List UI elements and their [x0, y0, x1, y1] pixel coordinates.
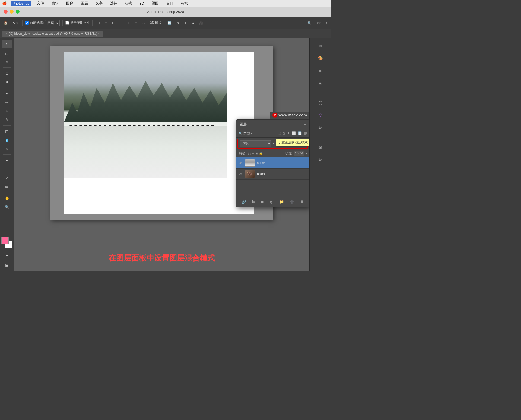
- properties-panel-btn[interactable]: 🎨: [315, 53, 326, 64]
- search-button[interactable]: 🔍: [306, 20, 313, 26]
- layer-visibility-icon-bison[interactable]: 👁: [239, 172, 243, 176]
- align-right[interactable]: ⊢: [110, 20, 116, 26]
- active-tab[interactable]: × (C) bison_downloadable-asset.psd @ 66.…: [2, 31, 103, 37]
- marquee-tool-btn[interactable]: ⬚: [2, 49, 12, 57]
- toolbar: 🏠 ↖ ▾ 自动选择: 图层 显示变换控件 ⊣ ⊞ ⊢ ⊤ ⊥ ⊟ ··· 3D…: [0, 17, 331, 29]
- 3d-slide[interactable]: ⇔: [190, 20, 196, 26]
- channels-panel-btn[interactable]: ▦: [315, 65, 326, 76]
- zoom-tool-btn[interactable]: 🔍: [2, 203, 12, 211]
- 3d-orbit[interactable]: 🔄: [166, 20, 173, 26]
- filter-toggle-dot[interactable]: [304, 132, 307, 135]
- maximize-button[interactable]: [16, 10, 20, 14]
- lock-all-icon[interactable]: 🔒: [259, 152, 263, 155]
- shape-filter-icon[interactable]: ⬜: [291, 131, 296, 136]
- close-button[interactable]: [4, 10, 8, 14]
- apple-menu[interactable]: 🍎: [2, 1, 7, 5]
- align-center-h[interactable]: ⊞: [103, 20, 109, 26]
- group-btn[interactable]: 📁: [278, 198, 285, 205]
- menu-image[interactable]: 图像: [65, 0, 75, 6]
- transform-checkbox[interactable]: [65, 21, 69, 25]
- layer-item-bison[interactable]: 👁 🦬 bison: [236, 169, 309, 180]
- auto-select-group: 自动选择: 图层: [25, 20, 59, 26]
- link-layers-btn[interactable]: 🔗: [240, 198, 247, 205]
- menu-help[interactable]: 帮助: [179, 0, 190, 6]
- layer-select-dropdown[interactable]: 图层: [45, 20, 60, 26]
- clone-tool-btn[interactable]: ⊕: [2, 107, 12, 115]
- move-tool-btn[interactable]: ↖: [2, 40, 12, 48]
- masks-panel-btn[interactable]: ▣: [315, 78, 326, 89]
- eraser-tool-btn[interactable]: ✎: [2, 116, 12, 124]
- menu-edit[interactable]: 编辑: [50, 0, 60, 6]
- shape-tool-btn[interactable]: ▭: [2, 182, 12, 191]
- mask-btn[interactable]: ◼: [260, 198, 265, 205]
- lock-pixels-icon[interactable]: ⬚: [248, 152, 251, 155]
- lock-pos-icon[interactable]: ✛: [252, 152, 254, 155]
- more-options[interactable]: ···: [141, 20, 147, 26]
- delete-layer-btn[interactable]: 🗑: [299, 198, 305, 205]
- share-button[interactable]: ↑: [324, 20, 329, 26]
- menu-filter[interactable]: 滤镜: [123, 0, 134, 6]
- hand-tool-btn[interactable]: ✋: [2, 194, 12, 202]
- minimize-button[interactable]: [10, 10, 14, 14]
- text-tool-btn[interactable]: T: [2, 165, 12, 173]
- gradient-tool-btn[interactable]: ▥: [2, 127, 12, 135]
- blend-mode-select[interactable]: 正常: [240, 140, 271, 147]
- layers-panel-btn[interactable]: ⊞: [315, 40, 326, 51]
- canvas-area[interactable]: 在图层面板中设置图层混合模式 Z www.MacZ.com 图层 ≡ 🔍 类型: [14, 38, 309, 271]
- color-panel-btn[interactable]: ⬡: [315, 110, 326, 121]
- auto-select-checkbox[interactable]: [25, 21, 29, 25]
- move-tool[interactable]: ↖ ▾: [11, 20, 20, 26]
- dodge-tool-btn[interactable]: ☀: [2, 145, 12, 153]
- adjustment-btn[interactable]: ◎: [269, 198, 274, 205]
- menu-view[interactable]: 视图: [150, 0, 160, 6]
- lock-artboard-icon[interactable]: ⊡: [255, 152, 258, 155]
- brush-tool-btn[interactable]: ✏: [2, 98, 12, 106]
- heal-tool-btn[interactable]: ✒: [2, 90, 12, 98]
- layer-visibility-icon-snow[interactable]: 👁: [239, 161, 243, 165]
- fx-btn[interactable]: fx: [251, 198, 256, 205]
- color-swatches[interactable]: [1, 237, 13, 249]
- menu-select[interactable]: 选择: [109, 0, 119, 6]
- tab-close-icon[interactable]: ×: [5, 32, 7, 35]
- align-top[interactable]: ⊤: [118, 20, 124, 26]
- 3d-roll[interactable]: ↻: [175, 20, 181, 26]
- menu-text[interactable]: 文字: [94, 0, 104, 6]
- smartobj-filter-icon[interactable]: 📄: [297, 131, 303, 136]
- extra-btn2[interactable]: ⚙: [315, 154, 326, 165]
- align-left[interactable]: ⊣: [95, 20, 101, 26]
- path-select-tool-btn[interactable]: ↗: [2, 174, 12, 182]
- workspaces-button[interactable]: ⊞▾: [315, 20, 322, 26]
- home-button[interactable]: 🏠: [2, 20, 9, 26]
- align-bottom[interactable]: ⊟: [133, 20, 139, 26]
- pixel-filter-icon[interactable]: ⬚: [277, 131, 281, 136]
- menu-window[interactable]: 窗口: [165, 0, 175, 6]
- 3d-scale[interactable]: 🎥: [198, 20, 205, 26]
- text-filter-icon[interactable]: T: [287, 131, 290, 136]
- quick-mask-btn[interactable]: ⊞: [2, 252, 12, 261]
- eyedropper-tool-btn[interactable]: ✕: [2, 78, 12, 86]
- node-btn[interactable]: ⚙: [315, 122, 326, 133]
- foreground-color-swatch[interactable]: [1, 237, 9, 244]
- fill-chevron-icon[interactable]: ▾: [306, 152, 307, 155]
- search-dropdown-icon[interactable]: ▾: [251, 132, 252, 135]
- more-tools-btn[interactable]: ···: [2, 214, 12, 223]
- menu-photoshop[interactable]: Photoshop: [11, 1, 31, 6]
- layer-item-snow[interactable]: 👁 snow: [236, 157, 309, 169]
- align-center-v[interactable]: ⊥: [126, 20, 132, 26]
- panel-collapse-btn[interactable]: ≡: [304, 123, 306, 126]
- menu-layer[interactable]: 图层: [79, 0, 90, 6]
- lasso-tool-btn[interactable]: ○: [2, 58, 12, 66]
- pen-tool-btn[interactable]: ✒: [2, 156, 12, 165]
- blur-tool-btn[interactable]: 💧: [2, 136, 12, 144]
- adjustments-panel-btn[interactable]: ◯: [315, 97, 326, 108]
- crop-tool-btn[interactable]: ⊡: [2, 69, 12, 77]
- menu-3d[interactable]: 3D: [138, 1, 146, 6]
- new-layer-btn[interactable]: ➕: [288, 198, 295, 205]
- screen-mode-btn[interactable]: ▣: [2, 261, 12, 269]
- fill-input[interactable]: [294, 151, 304, 156]
- adjust-filter-icon[interactable]: ◎: [282, 131, 286, 136]
- extra-btn1[interactable]: ◉: [315, 142, 326, 153]
- 3d-pan[interactable]: ✛: [182, 20, 188, 26]
- menu-file[interactable]: 文件: [35, 0, 46, 6]
- layers-empty-space: [236, 180, 309, 196]
